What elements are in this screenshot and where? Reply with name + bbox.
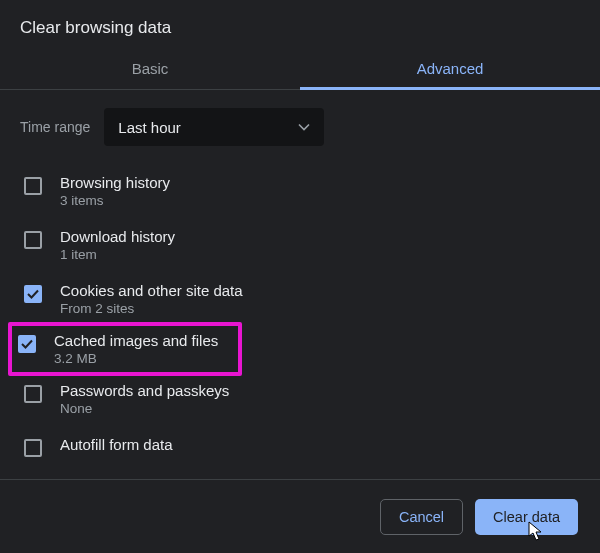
list-item-title: Autofill form data xyxy=(60,436,173,453)
list-item-text: Passwords and passkeys None xyxy=(60,382,229,416)
list-item[interactable]: Passwords and passkeys None xyxy=(18,372,592,426)
list-item-subtitle: 1 item xyxy=(60,247,175,262)
checkbox-cached-images[interactable] xyxy=(18,335,36,353)
list-item-text: Download history 1 item xyxy=(60,228,175,262)
dialog-title: Clear browsing data xyxy=(0,0,600,46)
checkbox-browsing-history[interactable] xyxy=(24,177,42,195)
tab-advanced[interactable]: Advanced xyxy=(300,46,600,90)
list-item-subtitle: 3 items xyxy=(60,193,170,208)
tab-basic[interactable]: Basic xyxy=(0,46,300,90)
time-range-label: Time range xyxy=(20,119,90,135)
time-range-value: Last hour xyxy=(118,119,181,136)
list-item[interactable]: Browsing history 3 items xyxy=(18,164,592,218)
tab-bar: Basic Advanced xyxy=(0,46,600,90)
list-item-text: Cached images and files 3.2 MB xyxy=(54,332,218,366)
checkbox-passwords[interactable] xyxy=(24,385,42,403)
checkbox-cookies[interactable] xyxy=(24,285,42,303)
list-item[interactable]: Download history 1 item xyxy=(18,218,592,272)
list-item-subtitle: None xyxy=(60,401,229,416)
list-item[interactable]: Cookies and other site data From 2 sites xyxy=(18,272,592,326)
list-item-text: Cookies and other site data From 2 sites xyxy=(60,282,243,316)
time-range-select[interactable]: Last hour xyxy=(104,108,324,146)
list-item[interactable]: Autofill form data xyxy=(18,426,592,457)
list-item-title: Cookies and other site data xyxy=(60,282,243,299)
checkbox-autofill[interactable] xyxy=(24,439,42,457)
dialog-footer: Cancel Clear data xyxy=(0,479,600,553)
list-item-title: Passwords and passkeys xyxy=(60,382,229,399)
list-item-subtitle: From 2 sites xyxy=(60,301,243,316)
list-item-title: Browsing history xyxy=(60,174,170,191)
clear-browsing-data-dialog: Clear browsing data Basic Advanced Time … xyxy=(0,0,600,553)
list-item-cached-highlighted[interactable]: Cached images and files 3.2 MB xyxy=(8,322,242,376)
list-item-text: Browsing history 3 items xyxy=(60,174,170,208)
data-type-list: Browsing history 3 items Download histor… xyxy=(0,164,600,479)
list-item-subtitle: 3.2 MB xyxy=(54,351,218,366)
cancel-button[interactable]: Cancel xyxy=(380,499,463,535)
list-item-title: Cached images and files xyxy=(54,332,218,349)
clear-data-button[interactable]: Clear data xyxy=(475,499,578,535)
chevron-down-icon xyxy=(298,119,310,136)
list-item-text: Autofill form data xyxy=(60,436,173,453)
time-range-row: Time range Last hour xyxy=(0,90,600,164)
list-item-title: Download history xyxy=(60,228,175,245)
checkbox-download-history[interactable] xyxy=(24,231,42,249)
